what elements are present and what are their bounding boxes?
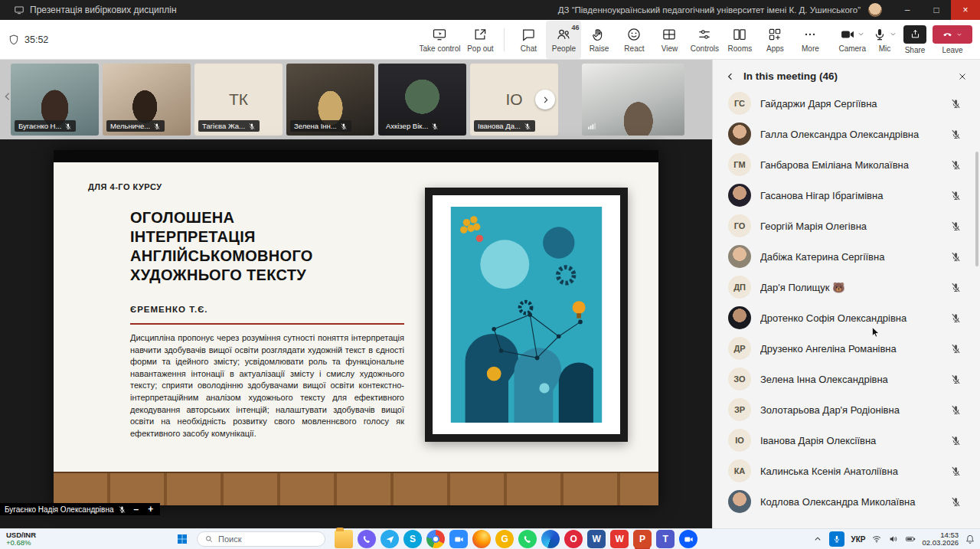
participant-row[interactable]: ІО Іванова Дарія Олексіївна <box>713 425 980 456</box>
participant-row[interactable]: Кодлова Олександра Миколаївна <box>713 486 980 517</box>
market-widget[interactable]: USD/INR +0.68% <box>6 531 36 547</box>
close-panel-icon[interactable] <box>957 71 968 82</box>
camera-button[interactable]: Camera <box>838 21 866 59</box>
slide-artwork <box>444 207 609 423</box>
powerpoint-icon-active[interactable] <box>633 530 652 548</box>
video-tile[interactable]: ТК Тагієва Жа... <box>194 64 283 136</box>
spotlight-video-tile[interactable] <box>582 64 684 136</box>
slide-top-bar <box>54 150 658 162</box>
language-indicator[interactable]: УКР <box>851 535 865 544</box>
rooms-button[interactable]: Rooms <box>722 21 757 59</box>
back-icon[interactable] <box>725 71 736 82</box>
notification-icon[interactable] <box>965 534 975 544</box>
react-button[interactable]: React <box>616 21 652 59</box>
meeting-tab[interactable]: Презентація вибіркових дисциплін <box>6 0 185 20</box>
people-icon <box>556 27 571 42</box>
strip-scroll-left-icon[interactable] <box>2 90 14 103</box>
participant-row[interactable]: Дабіжа Катерина Сергіївна <box>713 241 980 272</box>
raise-hand-button[interactable]: Raise <box>581 21 616 59</box>
participant-row[interactable]: ЗО Зелена Інна Олександрівна <box>713 364 980 394</box>
video-tile[interactable]: Бугаєнко Н... <box>11 64 99 136</box>
viber-icon[interactable] <box>358 530 376 548</box>
telegram-icon[interactable] <box>381 530 399 548</box>
minimize-button[interactable]: – <box>893 0 922 20</box>
zoom-out-button[interactable]: – <box>131 504 141 515</box>
video-tile[interactable]: Ахкізер Вік... <box>378 64 466 136</box>
participant-name: Бугаєнко Н... <box>18 122 61 130</box>
google-app-icon[interactable] <box>495 530 514 548</box>
mic-in-use-indicator[interactable] <box>829 531 844 547</box>
zoom-icon[interactable] <box>449 530 468 548</box>
wifi-icon[interactable] <box>871 534 882 544</box>
leave-button[interactable]: Leave <box>933 21 972 59</box>
shield-icon <box>8 34 20 46</box>
maximize-button[interactable]: □ <box>922 0 951 20</box>
panel-scrollbar[interactable] <box>975 152 978 266</box>
file-explorer-icon[interactable] <box>335 530 353 548</box>
timer-value: 35:52 <box>24 34 48 45</box>
slide-wood-floor <box>54 472 658 505</box>
mic-muted-icon <box>950 496 962 508</box>
participant-row[interactable]: КА Калинська Ксенія Анатоліївна <box>713 456 980 486</box>
pop-out-button[interactable]: Pop out <box>462 21 498 59</box>
start-button[interactable] <box>172 530 192 548</box>
strip-scroll-right-button[interactable] <box>535 90 555 109</box>
mic-chevron-icon[interactable] <box>889 30 897 38</box>
share-icon <box>910 28 921 40</box>
leave-phone-icon <box>942 28 953 40</box>
wordwall-icon[interactable] <box>610 530 629 548</box>
view-button[interactable]: View <box>652 21 687 59</box>
whatsapp-icon[interactable] <box>518 530 537 548</box>
skype-icon[interactable] <box>403 530 422 548</box>
zoom-meeting-icon[interactable] <box>679 530 697 548</box>
participant-row[interactable]: ГМ Ганбарова Еміліана Миколаївна <box>713 149 980 180</box>
participant-row[interactable]: ДП Дар'я Полищук 🐻 <box>713 272 980 302</box>
raise-hand-icon <box>591 27 606 42</box>
participant-row[interactable]: Галла Олександра Олександрівна <box>713 119 980 149</box>
mic-muted-icon <box>950 404 962 416</box>
battery-icon[interactable] <box>905 534 916 544</box>
participant-row[interactable]: Гасанова Нігар Ібрагімівна <box>713 180 980 211</box>
zoom-in-button[interactable]: + <box>145 504 155 515</box>
close-button[interactable]: × <box>951 0 980 20</box>
video-tile[interactable]: Мельниче... <box>103 64 191 136</box>
people-button[interactable]: 46 People <box>546 21 581 59</box>
mic-button[interactable]: Mic <box>872 21 897 59</box>
mic-muted-icon <box>340 123 348 130</box>
share-button[interactable]: Share <box>903 21 926 59</box>
firefox-icon[interactable] <box>472 530 491 548</box>
windows-logo-icon <box>176 533 188 545</box>
edge-icon[interactable] <box>541 530 560 548</box>
chat-button[interactable]: Chat <box>511 21 546 59</box>
opera-icon[interactable] <box>564 530 583 548</box>
volume-icon[interactable] <box>888 534 899 544</box>
video-tile[interactable]: Зелена Інн... <box>286 64 374 136</box>
participant-initials: ТК <box>229 90 248 109</box>
leave-chevron-icon[interactable] <box>956 31 963 38</box>
word-icon[interactable] <box>587 530 606 548</box>
participant-name: Дар'я Полищук 🐻 <box>760 282 941 293</box>
toolbar-divider <box>504 28 505 51</box>
chrome-icon[interactable] <box>426 530 445 548</box>
teams-icon[interactable] <box>656 530 675 548</box>
tray-expand-icon[interactable] <box>812 534 823 544</box>
participant-row[interactable]: ДР Друзенко Ангеліна Романівна <box>713 333 980 364</box>
participant-row[interactable]: ЗР Золотарьова Дар'я Родіонівна <box>713 394 980 425</box>
taskbar-search[interactable]: Поиск <box>197 531 325 547</box>
taskbar-clock[interactable]: 14:53 02.03.2026 <box>922 531 959 547</box>
participant-name: Гасанова Нігар Ібрагімівна <box>760 190 941 201</box>
taskbar-apps <box>335 530 697 548</box>
avatar <box>728 306 751 329</box>
participant-row[interactable]: ГС Гайдаржи Даря Сергіївна <box>713 88 980 119</box>
controls-button[interactable]: Controls <box>687 21 722 59</box>
apps-button[interactable]: Apps <box>757 21 792 59</box>
take-control-icon <box>432 27 447 42</box>
people-panel-title: In this meeting (46) <box>743 70 949 82</box>
more-button[interactable]: More <box>792 21 828 59</box>
camera-chevron-icon[interactable] <box>857 30 865 38</box>
participant-name: Іванова Дарія Олексіївна <box>760 435 941 446</box>
take-control-button[interactable]: Take control <box>417 21 463 59</box>
participant-row[interactable]: Дротенко Софія Олександрівна <box>713 302 980 333</box>
participant-row[interactable]: ГО Георгій Марія Олегівна <box>713 211 980 241</box>
account-avatar[interactable] <box>868 3 882 17</box>
